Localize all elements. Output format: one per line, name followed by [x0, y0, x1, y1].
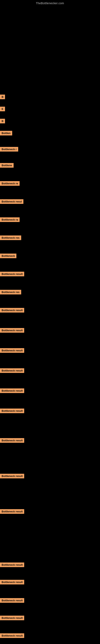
bottleneck-label-8: Bottleneck resul — [0, 199, 23, 204]
bottleneck-label-16: Bottleneck result — [0, 348, 24, 353]
bottleneck-label-1: B — [0, 94, 5, 99]
bottleneck-label-11: Bottleneck — [0, 254, 16, 258]
bottleneck-label-10: Bottleneck res — [0, 236, 21, 240]
bottleneck-label-19: Bottleneck result — [0, 408, 24, 413]
bottleneck-label-3: B — [0, 119, 5, 123]
site-title: TheBottlenecker.com — [0, 0, 100, 6]
bottleneck-label-12: Bottleneck result — [0, 272, 24, 276]
bottleneck-label-2: E — [0, 107, 5, 111]
bottleneck-label-23: Bottleneck result — [0, 562, 24, 567]
bottleneck-label-18: Bottleneck result — [0, 388, 24, 393]
bottleneck-label-6: Bottlene — [0, 163, 14, 168]
bottleneck-label-25: Bottleneck result — [0, 598, 24, 603]
bottleneck-label-9: Bottleneck ra — [0, 217, 20, 222]
bottleneck-label-24: Bottleneck result — [0, 580, 24, 584]
bottleneck-label-4: Bottlen — [0, 131, 12, 136]
bottleneck-label-17: Bottleneck result — [0, 368, 24, 373]
bottleneck-label-26: Bottleneck result — [0, 616, 24, 620]
bottleneck-label-14: Bottleneck result — [0, 308, 24, 312]
bottleneck-label-21: Bottleneck result — [0, 474, 24, 478]
bottleneck-label-22: Bottleneck result — [0, 509, 24, 514]
bottleneck-label-13: Bottleneck res — [0, 290, 21, 294]
bottleneck-label-15: Bottleneck result — [0, 328, 24, 333]
bottleneck-label-20: Bottleneck result — [0, 438, 24, 443]
bottleneck-label-5: Bottleneck r — [0, 147, 18, 152]
bottleneck-label-27: Bottleneck result — [0, 633, 24, 638]
bottleneck-label-7: Bottleneck re — [0, 181, 20, 186]
